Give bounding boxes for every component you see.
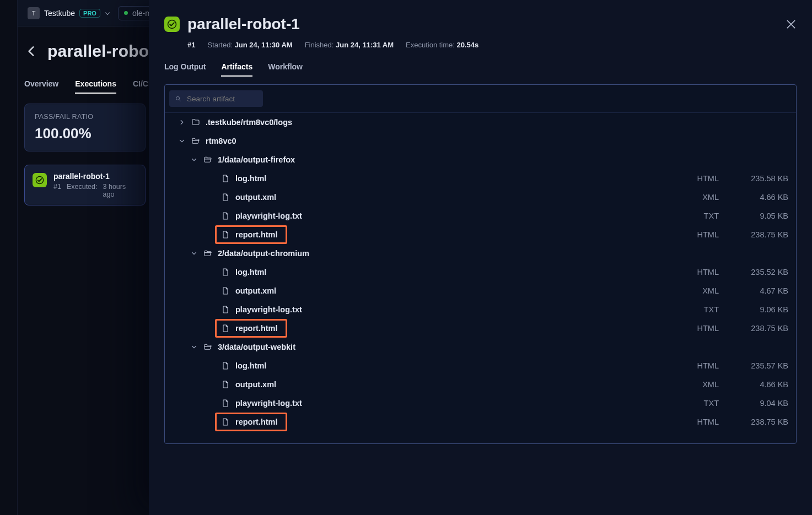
finished-label: Finished: <box>305 41 334 49</box>
file-size: 238.75 KB <box>739 324 788 333</box>
file-icon <box>221 174 230 183</box>
file-type: HTML <box>675 230 719 239</box>
chevron-down-icon <box>105 10 110 14</box>
node-name: report.html <box>235 230 278 239</box>
close-button[interactable] <box>786 19 797 30</box>
tree-file[interactable]: report.htmlHTML238.75 KB <box>165 413 796 431</box>
tree-file[interactable]: output.xmlXML4.66 KB <box>165 375 796 394</box>
tab-log-output[interactable]: Log Output <box>164 62 206 71</box>
file-size: 235.52 KB <box>739 268 788 277</box>
chevron-down-icon <box>190 156 198 164</box>
tree-file[interactable]: playwright-log.txtTXT9.06 KB <box>165 300 796 319</box>
artifact-search[interactable] <box>169 90 263 107</box>
tree-file[interactable]: playwright-log.txtTXT9.05 KB <box>165 207 796 225</box>
finished-value: Jun 24, 11:31 AM <box>336 41 394 49</box>
pass-fail-card: PASS/FAIL RATIO 100.00% <box>24 104 146 151</box>
file-type: HTML <box>675 418 719 426</box>
tree-file[interactable]: log.htmlHTML235.52 KB <box>165 263 796 281</box>
file-type: TXT <box>675 305 719 314</box>
artifact-tree: .testkube/rtm8vc0/logsrtm8vc01/data/outp… <box>165 112 796 443</box>
tree-file[interactable]: log.htmlHTML235.58 KB <box>165 169 796 188</box>
run-number: #1 <box>187 41 195 49</box>
tab-overview[interactable]: Overview <box>24 79 58 88</box>
org-name: Testkube <box>44 9 75 18</box>
node-name: report.html <box>235 324 278 333</box>
pro-badge: PRO <box>79 9 100 18</box>
execution-card[interactable]: parallel-robot-1 #1 Executed: 3 hours ag… <box>24 165 146 205</box>
file-icon <box>221 418 230 426</box>
status-success-icon <box>33 173 47 187</box>
node-name: playwright-log.txt <box>235 305 302 314</box>
node-name: 2/data/output-chromium <box>218 249 309 258</box>
pass-fail-value: 100.00% <box>35 125 135 142</box>
node-name: log.html <box>235 174 266 183</box>
file-icon <box>221 361 230 370</box>
tree-file[interactable]: output.xmlXML4.67 KB <box>165 281 796 300</box>
folder-open-icon <box>191 137 200 145</box>
file-size: 9.04 KB <box>739 399 788 408</box>
node-name: playwright-log.txt <box>235 212 302 220</box>
file-icon <box>221 212 230 220</box>
node-name: output.xml <box>235 193 276 202</box>
node-name: playwright-log.txt <box>235 399 302 408</box>
tab-artifacts[interactable]: Artifacts <box>221 62 252 71</box>
file-size: 4.67 KB <box>739 286 788 295</box>
execution-meta: #1 Started: Jun 24, 11:30 AM Finished: J… <box>187 41 797 49</box>
tree-folder[interactable]: rtm8vc0 <box>165 132 796 150</box>
file-icon <box>221 193 230 202</box>
file-size: 4.66 KB <box>739 380 788 389</box>
tree-folder[interactable]: 3/data/output-webkit <box>165 338 796 356</box>
back-button[interactable] <box>24 44 39 58</box>
executed-label: Executed: <box>67 183 98 198</box>
folder-open-icon <box>203 249 212 258</box>
node-name: 3/data/output-webkit <box>218 343 295 351</box>
folder-open-icon <box>203 155 212 164</box>
file-type: HTML <box>675 361 719 370</box>
org-crumb[interactable]: T Testkube PRO <box>28 7 110 19</box>
tree-folder[interactable]: 1/data/output-firefox <box>165 150 796 169</box>
org-avatar-icon: T <box>28 7 40 19</box>
page-title: parallel-robot <box>47 42 155 61</box>
status-success-icon <box>164 17 180 32</box>
executed-ago: 3 hours ago <box>103 183 138 198</box>
status-dot-icon <box>124 11 128 15</box>
tab-workflow[interactable]: Workflow <box>268 62 303 71</box>
folder-icon <box>191 118 200 127</box>
search-icon <box>175 95 181 102</box>
tree-file[interactable]: report.htmlHTML238.75 KB <box>165 319 796 338</box>
search-input[interactable] <box>186 94 257 104</box>
file-size: 238.75 KB <box>739 418 788 426</box>
file-type: TXT <box>675 212 719 220</box>
file-size: 238.75 KB <box>739 230 788 239</box>
file-size: 235.58 KB <box>739 174 788 183</box>
duration-value: 20.54s <box>457 41 479 49</box>
file-size: 9.05 KB <box>739 212 788 220</box>
chevron-down-icon <box>190 343 198 351</box>
execution-name: parallel-robot-1 <box>53 172 137 181</box>
tree-file[interactable]: playwright-log.txtTXT9.04 KB <box>165 394 796 413</box>
tree-file[interactable]: output.xmlXML4.66 KB <box>165 188 796 207</box>
artifacts-panel: .testkube/rtm8vc0/logsrtm8vc01/data/outp… <box>164 84 797 444</box>
node-name: log.html <box>235 268 266 277</box>
file-type: XML <box>675 193 719 202</box>
file-type: XML <box>675 380 719 389</box>
chevron-down-icon <box>178 137 186 145</box>
tab-executions[interactable]: Executions <box>75 79 116 88</box>
duration-label: Execution time: <box>406 41 455 49</box>
node-name: log.html <box>235 361 266 370</box>
file-icon <box>221 286 230 295</box>
tree-file[interactable]: report.htmlHTML238.75 KB <box>165 225 796 244</box>
drawer-tabs: Log Output Artifacts Workflow <box>164 62 797 71</box>
drawer-title: parallel-robot-1 <box>187 15 300 33</box>
pass-fail-label: PASS/FAIL RATIO <box>35 113 135 121</box>
file-type: HTML <box>675 174 719 183</box>
tree-folder[interactable]: .testkube/rtm8vc0/logs <box>165 113 796 132</box>
tree-folder[interactable]: 2/data/output-chromium <box>165 244 796 263</box>
tree-file[interactable]: log.htmlHTML235.57 KB <box>165 356 796 375</box>
node-name: report.html <box>235 418 278 426</box>
file-type: XML <box>675 286 719 295</box>
file-size: 9.06 KB <box>739 305 788 314</box>
file-size: 235.57 KB <box>739 361 788 370</box>
started-label: Started: <box>207 41 233 49</box>
execution-drawer: parallel-robot-1 #1 Started: Jun 24, 11:… <box>149 0 812 515</box>
